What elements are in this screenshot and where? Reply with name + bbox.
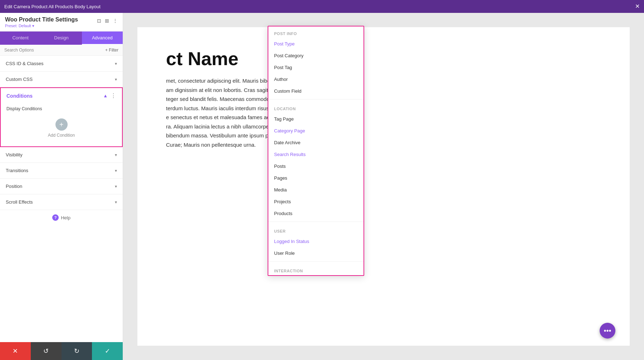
accordion-custom-css-chevron: ▾: [115, 77, 117, 82]
title-bar: Edit Camera Product All Products Body La…: [0, 0, 644, 13]
dropdown-item-products[interactable]: Products: [268, 208, 364, 219]
conditions-chevron-icon[interactable]: ▲: [103, 93, 108, 98]
accordion-position: Position ▾: [0, 179, 123, 194]
accordion-custom-css: Custom CSS ▾: [0, 72, 123, 87]
add-condition-label: Add Condition: [48, 133, 75, 138]
sidebar-preset[interactable]: Preset: Default: [5, 24, 118, 28]
filter-button[interactable]: + Filter: [105, 48, 118, 53]
dropdown-item-date-archive[interactable]: Date Archive: [268, 137, 364, 149]
dropdown-divider-1: [268, 99, 364, 99]
accordion-css-id-header[interactable]: CSS ID & Classes ▾: [0, 56, 123, 71]
tab-design[interactable]: Design: [41, 31, 82, 45]
accordion-position-label: Position: [6, 184, 22, 189]
dropdown-item-tag-page[interactable]: Tag Page: [268, 113, 364, 125]
dropdown-item-posts[interactable]: Posts: [268, 160, 364, 172]
dropdown-item-media[interactable]: Media: [268, 184, 364, 196]
save-button[interactable]: ✓: [92, 342, 123, 360]
display-conditions-label: Display Conditions: [6, 106, 116, 111]
conditions-label: Conditions: [6, 93, 33, 99]
sidebar-sections: Visibility ▾ Transitions ▾ Position ▾ Sc…: [0, 147, 123, 342]
accordion-position-chevron: ▾: [115, 184, 117, 189]
redo-button[interactable]: ↻: [62, 342, 92, 360]
dropdown-section-post-info: Post Info: [268, 26, 364, 38]
help-label: Help: [61, 215, 70, 220]
sidebar: Woo Product Title Settings Preset: Defau…: [0, 13, 123, 360]
dropdown-item-search-results[interactable]: Search Results: [268, 149, 364, 160]
conditions-header: Conditions ▲ ⋮: [1, 88, 122, 103]
dropdown-item-user-role[interactable]: User Role: [268, 247, 364, 259]
dropdown-section-user: User: [268, 224, 364, 235]
search-options-bar: Search Options + Filter: [0, 45, 123, 56]
accordion-css-id-label: CSS ID & Classes: [6, 61, 43, 66]
accordion-scroll-effects-label: Scroll Effects: [6, 199, 33, 205]
conditions-dots-icon[interactable]: ⋮: [111, 92, 116, 99]
dropdown-item-custom-field[interactable]: Custom Field: [268, 85, 364, 97]
add-condition-area: + Add Condition: [6, 116, 116, 141]
undo-button[interactable]: ↺: [31, 342, 62, 360]
accordion-css-id: CSS ID & Classes ▾: [0, 56, 123, 72]
tabs-bar: Content Design Advanced: [0, 31, 123, 45]
accordion-custom-css-header[interactable]: Custom CSS ▾: [0, 72, 123, 87]
help-icon: ?: [52, 214, 59, 221]
dropdown-item-pages[interactable]: Pages: [268, 172, 364, 184]
conditions-section: Conditions ▲ ⋮ Display Conditions + Add …: [0, 87, 123, 147]
dropdown-item-logged-in-status[interactable]: Logged In Status: [268, 235, 364, 247]
accordion-scroll-effects: Scroll Effects ▾: [0, 194, 123, 210]
dropdown-section-interaction: Interaction: [268, 264, 364, 275]
dropdown-item-category-page[interactable]: Category Page: [268, 125, 364, 137]
sidebar-icons: ⊡ ⊞ ⋮: [97, 18, 118, 24]
canvas-content: ct Name met, consectetur adipiscing elit…: [137, 27, 630, 346]
product-title: ct Name: [137, 27, 630, 76]
accordion-scroll-effects-chevron: ▾: [115, 200, 117, 205]
dropdown-item-author[interactable]: Author: [268, 73, 364, 85]
dropdown-item-post-tag[interactable]: Post Tag: [268, 62, 364, 73]
canvas-area: ct Name met, consectetur adipiscing elit…: [123, 13, 644, 360]
accordion-visibility-label: Visibility: [6, 152, 23, 157]
accordion-custom-css-label: Custom CSS: [6, 77, 33, 82]
fab-icon: •••: [604, 327, 611, 335]
close-button[interactable]: ✕: [635, 4, 640, 9]
bottom-bar: ✕ ↺ ↻ ✓: [0, 342, 123, 360]
tab-advanced[interactable]: Advanced: [82, 31, 123, 45]
dropdown-divider-2: [268, 222, 364, 222]
dropdown-item-projects[interactable]: Projects: [268, 196, 364, 208]
cancel-button[interactable]: ✕: [0, 342, 31, 360]
icon-btn-2[interactable]: ⊞: [105, 18, 109, 24]
dropdown-divider-3: [268, 261, 364, 262]
accordion-scroll-effects-header[interactable]: Scroll Effects ▾: [0, 194, 123, 210]
conditions-dropdown-menu: Post Info Post Type Post Category Post T…: [268, 26, 364, 276]
accordion-transitions-chevron: ▾: [115, 168, 117, 173]
sidebar-header: Woo Product Title Settings Preset: Defau…: [0, 13, 123, 31]
add-condition-button[interactable]: +: [55, 118, 68, 131]
accordion-visibility-header[interactable]: Visibility ▾: [0, 147, 123, 162]
search-options-label: Search Options: [4, 48, 34, 53]
dropdown-item-post-category[interactable]: Post Category: [268, 50, 364, 62]
help-button[interactable]: ? Help: [0, 210, 123, 225]
icon-btn-3[interactable]: ⋮: [113, 18, 118, 24]
dropdown-item-post-type[interactable]: Post Type: [268, 38, 364, 50]
tab-content[interactable]: Content: [0, 31, 41, 45]
accordion-transitions-header[interactable]: Transitions ▾: [0, 163, 123, 178]
dropdown-section-location: Location: [268, 102, 364, 113]
icon-btn-1[interactable]: ⊡: [97, 18, 101, 24]
accordion-css-id-chevron: ▾: [115, 61, 117, 66]
main-layout: Woo Product Title Settings Preset: Defau…: [0, 13, 644, 360]
conditions-body: Display Conditions + Add Condition: [1, 103, 122, 146]
accordion-transitions: Transitions ▾: [0, 163, 123, 179]
conditions-actions: ▲ ⋮: [103, 92, 116, 99]
accordion-visibility-chevron: ▾: [115, 152, 117, 157]
accordion-visibility: Visibility ▾: [0, 147, 123, 163]
product-body: met, consectetur adipiscing elit. Mauris…: [137, 76, 630, 149]
accordion-transitions-label: Transitions: [6, 168, 28, 173]
fab-button[interactable]: •••: [600, 323, 615, 339]
accordion-position-header[interactable]: Position ▾: [0, 179, 123, 194]
conditions-title: Conditions: [6, 93, 33, 99]
title-bar-text: Edit Camera Product All Products Body La…: [4, 4, 101, 9]
